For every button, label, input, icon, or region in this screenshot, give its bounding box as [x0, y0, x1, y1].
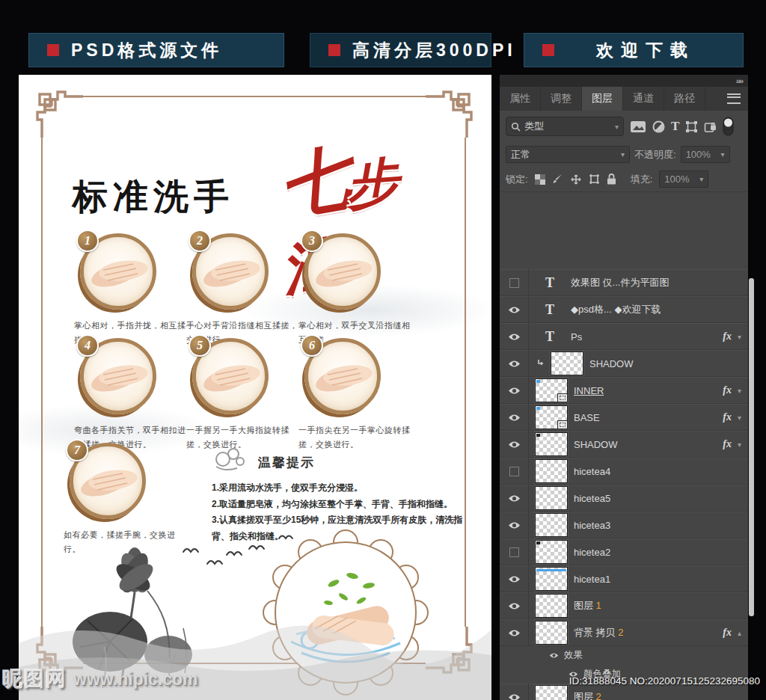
layer-name[interactable]: ◆psd格... ◆欢迎下载 — [571, 303, 661, 316]
lock-transparency-icon[interactable] — [535, 174, 545, 185]
layer-row[interactable]: TPsfx▾ — [500, 323, 748, 350]
layer-name[interactable]: hicetea2 — [574, 547, 610, 558]
layer-row[interactable]: hicetea1 — [500, 565, 748, 592]
layer-row[interactable]: 背景 拷贝 2fx▴ — [500, 619, 748, 646]
layer-effect-subrow[interactable]: 效果 — [500, 646, 748, 665]
layer-name[interactable]: BASE — [574, 412, 600, 423]
layer-row[interactable]: hicetea5 — [500, 485, 748, 512]
lock-pixels-brush-icon[interactable] — [552, 174, 563, 185]
visibility-eye-icon[interactable] — [500, 296, 529, 323]
filter-type-layers-icon[interactable]: T — [671, 119, 679, 134]
layer-thumbnail[interactable] — [535, 513, 568, 537]
layer-effects-fx[interactable]: fx — [723, 331, 732, 343]
layer-effects-fx[interactable]: fx — [723, 411, 732, 423]
layer-thumbnail[interactable] — [535, 621, 568, 645]
layer-effects-fx[interactable]: fx — [723, 384, 732, 396]
layer-filter-select[interactable]: 类型 ▾ — [506, 117, 624, 136]
layer-name[interactable]: hicetea3 — [574, 520, 610, 531]
visibility-eye-icon[interactable] — [500, 512, 529, 538]
layer-thumbnail[interactable] — [535, 567, 568, 591]
visibility-eye-icon[interactable] — [500, 431, 529, 458]
tips-line: 1.采用流动水洗手，使双手充分浸湿。 — [212, 480, 463, 497]
layer-row[interactable]: T◆psd格... ◆欢迎下载 — [500, 296, 748, 323]
tab-图层[interactable]: 图层 — [582, 87, 623, 111]
visibility-checkbox[interactable] — [500, 458, 529, 485]
chevron-down-icon[interactable]: ▾ — [738, 414, 741, 422]
layer-row[interactable]: INNERfx▾ — [500, 377, 748, 404]
layer-name[interactable]: SHADOW — [574, 439, 618, 450]
layer-thumbnail[interactable] — [535, 459, 568, 483]
visibility-checkbox[interactable] — [500, 538, 529, 565]
layer-name[interactable]: hicetea1 — [574, 574, 610, 585]
visibility-eye-icon[interactable] — [500, 684, 529, 700]
tab-通道[interactable]: 通道 — [623, 87, 664, 111]
visibility-eye-icon[interactable] — [500, 323, 529, 350]
visibility-eye-icon[interactable] — [500, 485, 529, 512]
chevron-down-icon[interactable]: ▾ — [738, 387, 741, 395]
lock-position-move-icon[interactable] — [570, 174, 582, 185]
tab-路径[interactable]: 路径 — [664, 87, 705, 111]
opacity-select[interactable]: 100% ▾ — [681, 146, 730, 163]
filtering-toggle[interactable] — [723, 117, 734, 136]
visibility-eye-icon[interactable] — [500, 565, 529, 592]
tab-调整[interactable]: 调整 — [541, 87, 582, 111]
layer-row[interactable]: hicetea3 — [500, 512, 748, 538]
layer-name[interactable]: hicetea5 — [574, 493, 610, 504]
visibility-eye-icon[interactable] — [549, 652, 559, 659]
layer-row[interactable]: SHADOWfx▾ — [500, 431, 748, 458]
layer-thumbnail[interactable] — [535, 432, 568, 456]
handwash-step-3: 3掌心相对，双手交叉沿指缝相互揉搓。 — [297, 233, 417, 348]
panel-menu-icon[interactable] — [727, 93, 741, 104]
visibility-eye-icon[interactable] — [500, 404, 529, 431]
layer-name[interactable]: hicetea4 — [574, 466, 610, 477]
layer-row[interactable]: BASEfx▾ — [500, 404, 748, 431]
layer-thumbnail[interactable] — [535, 405, 568, 429]
blend-mode-select[interactable]: 正常 ▾ — [506, 146, 630, 163]
lock-all-icon[interactable] — [607, 174, 616, 185]
panel-scrollbar-thumb[interactable] — [749, 278, 754, 616]
layer-thumbnail[interactable] — [535, 594, 568, 618]
filter-adjustment-layers-icon[interactable] — [652, 120, 665, 133]
layer-name[interactable]: INNER — [574, 385, 604, 396]
lock-artboard-icon[interactable] — [589, 174, 600, 185]
layer-thumbnail[interactable] — [535, 685, 568, 700]
visibility-checkbox[interactable] — [500, 269, 529, 296]
chevron-down-icon[interactable]: ▾ — [738, 440, 741, 449]
layer-row[interactable]: SHADOW — [500, 350, 748, 377]
layer-thumbnail[interactable] — [535, 378, 568, 402]
layer-name[interactable]: Ps — [571, 331, 582, 343]
layer-name[interactable]: 图层 1 — [574, 599, 601, 612]
layer-row[interactable]: hicetea2 — [500, 538, 748, 565]
layer-effects-fx[interactable]: fx — [723, 438, 732, 450]
layer-thumbnail[interactable] — [535, 540, 568, 564]
layer-row[interactable]: 图层 1 — [500, 592, 748, 619]
layer-row[interactable]: hicetea4 — [500, 458, 748, 485]
smart-object-badge — [557, 420, 568, 429]
layer-row[interactable]: T效果图 仅...件为平面图 — [500, 269, 748, 296]
visibility-eye-icon[interactable] — [500, 619, 529, 646]
layer-name[interactable]: 效果图 仅...件为平面图 — [571, 276, 669, 289]
collapse-panel-icon[interactable]: » — [739, 76, 742, 85]
layer-thumbnail[interactable] — [535, 486, 568, 510]
layer-name[interactable]: 背景 拷贝 2 — [574, 626, 623, 639]
panel-collapse-bar[interactable]: » » — [500, 75, 748, 87]
filter-shape-layers-icon[interactable] — [685, 120, 698, 133]
fill-select[interactable]: 100% ▾ — [659, 171, 708, 188]
hands-illustration — [307, 352, 379, 400]
layer-name[interactable]: 图层 2 — [574, 690, 601, 700]
visibility-eye-icon[interactable] — [500, 350, 529, 377]
layer-name[interactable]: SHADOW — [589, 358, 634, 369]
tab-属性[interactable]: 属性 — [500, 87, 541, 111]
visibility-eye-icon[interactable] — [500, 592, 529, 619]
chevron-up-icon[interactable]: ▴ — [738, 629, 741, 637]
chevron-down-icon: ▾ — [699, 175, 703, 183]
layers-list: T效果图 仅...件为平面图T◆psd格... ◆欢迎下载TPsfx▾SHADO… — [500, 269, 748, 700]
layer-effects-fx[interactable]: fx — [723, 627, 732, 639]
filter-smart-object-icon[interactable] — [704, 120, 717, 133]
layer-thumbnail[interactable] — [551, 351, 583, 375]
step-photo-circle: 6 — [304, 338, 381, 414]
chevron-down-icon[interactable]: ▾ — [738, 333, 741, 341]
visibility-eye-icon[interactable] — [500, 377, 529, 404]
step-photo-circle: 4 — [80, 338, 156, 414]
filter-pixel-layers-icon[interactable] — [630, 120, 646, 133]
